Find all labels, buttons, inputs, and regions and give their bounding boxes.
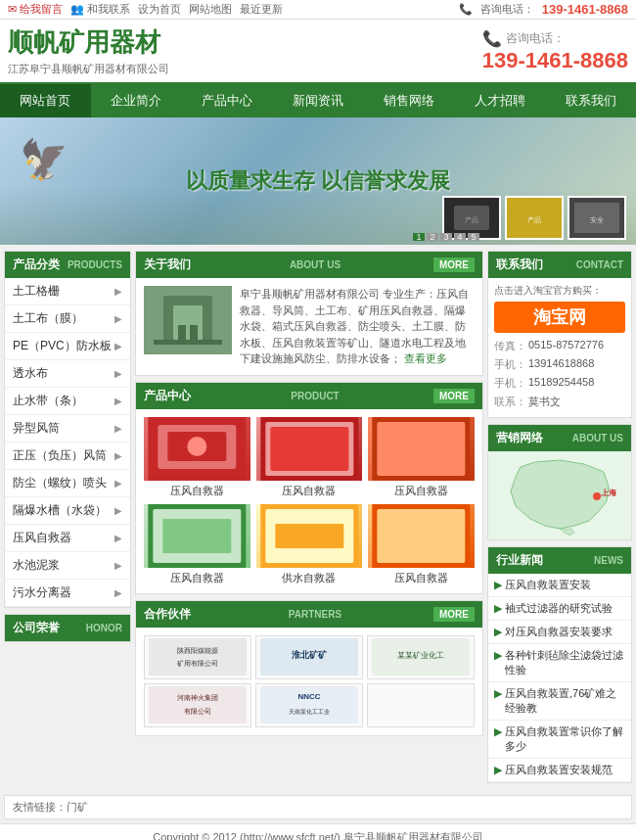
logo-area: 顺帆矿用器材 江苏阜宁县顺帆矿用器材有限公司 — [8, 25, 169, 76]
partner-1[interactable]: 淮北矿矿 — [255, 635, 363, 679]
sales-title: 营销网络 — [496, 430, 543, 446]
bullet-icon-4: ▶ — [494, 687, 502, 700]
sales-title-en: ABOUT US — [572, 433, 623, 443]
partners-more-btn[interactable]: MORE — [433, 607, 475, 622]
nav-contact[interactable]: 联系我们 — [545, 84, 636, 117]
sidebar-item-5[interactable]: 异型风筒▶ — [5, 415, 130, 443]
news-item-1[interactable]: ▶袖式过滤器的研究试验 — [488, 597, 631, 621]
top-bar-right: 📞 咨询电话： 139-1461-8868 — [459, 2, 628, 17]
top-bar-contact-link[interactable]: 👥 和我联系 — [70, 2, 130, 17]
nav-about[interactable]: 企业简介 — [91, 84, 182, 117]
svg-rect-25 — [162, 519, 231, 553]
contact-phone-icon: 📞 — [459, 3, 473, 16]
product-item-0[interactable]: 压风自救器 — [144, 417, 250, 498]
breadcrumb: 友情链接：门矿 — [4, 795, 632, 819]
partners-title-en: PARTNERS — [289, 609, 341, 620]
contact-block: 联系我们 CONTACT 点击进入淘宝官方购买： 淘宝网 传真： 0515-87… — [487, 251, 632, 418]
contact-phone-label: 咨询电话： — [480, 2, 534, 17]
taobao-button[interactable]: 淘宝网 — [494, 302, 625, 333]
product-category-title: 产品分类 — [13, 257, 60, 273]
bullet-icon-1: ▶ — [494, 602, 502, 615]
sales-block: 营销网络 ABOUT US 上海 — [487, 424, 632, 540]
top-bar-home-link[interactable]: 设为首页 — [138, 2, 181, 17]
arrow-icon-0: ▶ — [114, 286, 122, 297]
bullet-icon-5: ▶ — [494, 725, 502, 738]
arrow-icon-6: ▶ — [114, 450, 122, 461]
main-nav: 网站首页 企业简介 产品中心 新闻资讯 销售网络 人才招聘 联系我们 — [0, 84, 636, 117]
about-title: 关于我们 — [144, 257, 191, 273]
arrow-icon-4: ▶ — [114, 396, 122, 406]
product-label-2: 压风自救器 — [368, 484, 475, 498]
news-item-5[interactable]: ▶压风自救装置常识你了解多少 — [488, 721, 631, 759]
sidebar-item-3[interactable]: 透水布▶ — [5, 360, 130, 388]
about-read-more-link[interactable]: 查看更多 — [404, 352, 447, 364]
products-more-btn[interactable]: MORE — [433, 389, 475, 403]
partner-4[interactable]: NNCC天南某化工工业 — [255, 683, 363, 727]
partner-2[interactable]: 某某矿业化工 — [367, 635, 475, 679]
dot-4[interactable]: 4 — [454, 233, 466, 241]
product-img-5 — [368, 504, 475, 568]
nav-products[interactable]: 产品中心 — [182, 84, 273, 117]
arrow-icon-10: ▶ — [114, 560, 122, 571]
product-item-4[interactable]: 供水自救器 — [256, 504, 363, 585]
news-block: 行业新闻 NEWS ▶压风自救装置安装 ▶袖式过滤器的研究试验 ▶对压风自救器安… — [487, 546, 632, 783]
top-bar-sitemap-link[interactable]: 网站地图 — [189, 2, 232, 17]
news-title-en: NEWS — [594, 555, 623, 566]
news-item-0[interactable]: ▶压风自救装置安装 — [488, 574, 631, 597]
sidebar-item-0[interactable]: 土工格栅▶ — [5, 278, 130, 305]
sidebar-item-8[interactable]: 隔爆水槽（水袋）▶ — [5, 497, 130, 525]
dot-3[interactable]: 3 — [440, 233, 452, 241]
right-sidebar: 联系我们 CONTACT 点击进入淘宝官方购买： 淘宝网 传真： 0515-87… — [487, 251, 632, 789]
product-category-section: 产品分类 PRODUCTS 土工格栅▶ 土工布（膜）▶ PE（PVC）防水板▶ … — [4, 251, 131, 608]
banner-product-3[interactable]: 安全 — [568, 196, 626, 240]
dot-1[interactable]: 1 — [413, 233, 425, 241]
product-item-5[interactable]: 压风自救器 — [368, 504, 475, 585]
partner-3[interactable]: 河南神火集团有限公司 — [144, 683, 251, 727]
sidebar-item-10[interactable]: 水池泥浆▶ — [5, 552, 130, 580]
bullet-icon-2: ▶ — [494, 626, 502, 638]
banner-dots: 1 2 3 4 5 — [413, 233, 479, 241]
phone-icon: 📞 — [482, 29, 502, 48]
sidebar-item-1[interactable]: 土工布（膜）▶ — [5, 305, 130, 333]
news-item-3[interactable]: ▶各种针刺毡除尘滤袋过滤性验 — [488, 644, 631, 682]
sidebar-item-11[interactable]: 污水分离器▶ — [5, 580, 130, 607]
svg-rect-20 — [270, 427, 348, 471]
bullet-icon-0: ▶ — [494, 579, 502, 591]
top-bar-update-link[interactable]: 最近更新 — [240, 2, 283, 17]
partner-0[interactable]: 陕西阳煤能源矿用有限公司 — [144, 635, 251, 679]
sidebar-item-2[interactable]: PE（PVC）防水板▶ — [5, 333, 130, 360]
product-item-2[interactable]: 压风自救器 — [368, 417, 475, 498]
banner-product-2[interactable]: 产品 — [505, 196, 564, 240]
sidebar-item-4[interactable]: 止水带（条）▶ — [5, 388, 130, 415]
nav-home[interactable]: 网站首页 — [0, 84, 91, 117]
header-contact-label: 咨询电话： — [506, 30, 565, 47]
partner-5[interactable] — [367, 683, 475, 727]
arrow-icon-2: ▶ — [114, 341, 122, 351]
honor-section: 公司荣誉 HONOR — [4, 614, 131, 642]
news-item-6[interactable]: ▶压风自救装置安装规范 — [488, 759, 631, 782]
sidebar-item-9[interactable]: 压风自救器▶ — [5, 525, 130, 552]
news-item-2[interactable]: ▶对压风自救器安装要求 — [488, 621, 631, 644]
dot-5[interactable]: 5 — [468, 233, 479, 241]
sidebar-item-6[interactable]: 正压（负压）风筒▶ — [5, 443, 130, 470]
svg-rect-22 — [378, 422, 466, 476]
about-more-btn[interactable]: MORE — [433, 257, 475, 272]
footer: Copyright © 2012 (http://www.sfcft.net/)… — [0, 823, 636, 840]
dot-2[interactable]: 2 — [427, 233, 438, 241]
news-title: 行业新闻 — [496, 552, 543, 569]
product-item-3[interactable]: 压风自救器 — [144, 504, 250, 585]
product-item-1[interactable]: 压风自救器 — [256, 417, 363, 498]
nav-recruit[interactable]: 人才招聘 — [454, 84, 545, 117]
sales-header: 营销网络 ABOUT US — [488, 425, 631, 451]
sidebar-item-7[interactable]: 防尘（螺纹）喷头▶ — [5, 470, 130, 497]
nav-news[interactable]: 新闻资讯 — [273, 84, 364, 117]
news-item-4[interactable]: ▶压风自救装置,76矿难之经验教 — [488, 682, 631, 721]
arrow-icon-3: ▶ — [114, 368, 122, 379]
products-title-en: PRODUCT — [291, 391, 339, 401]
top-bar-message[interactable]: ✉ 给我留言 — [8, 2, 63, 17]
svg-text:陕西阳煤能源: 陕西阳煤能源 — [177, 647, 218, 654]
arrow-icon-5: ▶ — [114, 423, 122, 434]
nav-sales[interactable]: 销售网络 — [363, 84, 454, 117]
svg-text:产品: 产品 — [465, 216, 478, 223]
products-header: 产品中心 PRODUCT MORE — [136, 383, 482, 409]
